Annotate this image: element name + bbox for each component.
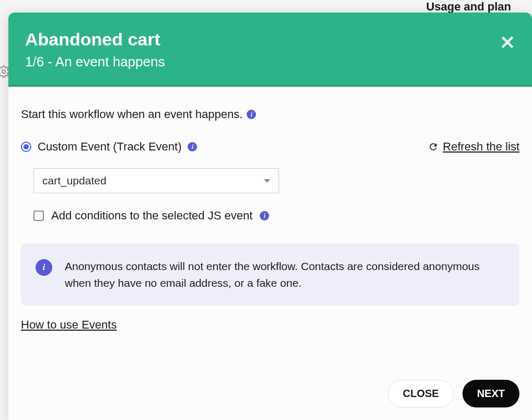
next-button[interactable]: NEXT	[462, 380, 519, 407]
refresh-icon	[428, 142, 438, 152]
usage-plan-label: Usage and plan	[426, 0, 511, 14]
close-button[interactable]: CLOSE	[388, 380, 454, 407]
custom-event-radio-group: Custom Event (Track Event) i	[21, 140, 197, 154]
info-icon: i	[36, 259, 52, 276]
svg-point-0	[2, 70, 5, 73]
modal-footer: CLOSE NEXT	[21, 359, 519, 407]
conditions-checkbox-row: Add conditions to the selected JS event …	[33, 209, 519, 223]
conditions-checkbox[interactable]	[33, 211, 44, 221]
modal-title: Abandoned cart	[25, 29, 515, 50]
refresh-list-label: Refresh the list	[443, 140, 519, 154]
modal-dialog: Abandoned cart 1/6 - An event happens ✕ …	[8, 13, 532, 420]
chevron-down-icon	[264, 179, 270, 183]
refresh-list-link[interactable]: Refresh the list	[428, 140, 519, 154]
modal-header: Abandoned cart 1/6 - An event happens ✕	[8, 13, 532, 87]
event-select[interactable]: cart_updated	[33, 168, 279, 193]
help-link[interactable]: How to use Events	[21, 318, 519, 332]
modal-subtitle: 1/6 - An event happens	[25, 54, 515, 70]
event-select-value: cart_updated	[42, 174, 107, 187]
custom-event-label: Custom Event (Track Event)	[38, 140, 181, 154]
intro-label: Start this workflow when an event happen…	[21, 108, 242, 121]
info-icon[interactable]: i	[247, 110, 256, 119]
conditions-label: Add conditions to the selected JS event	[51, 209, 252, 223]
info-box-text: Anonymous contacts will not enter the wo…	[65, 258, 505, 291]
info-icon[interactable]: i	[260, 211, 269, 220]
close-icon[interactable]: ✕	[500, 33, 515, 52]
modal-body: Start this workflow when an event happen…	[8, 87, 532, 420]
info-icon[interactable]: i	[188, 142, 197, 151]
custom-event-radio[interactable]	[21, 142, 31, 152]
event-row: Custom Event (Track Event) i Refresh the…	[21, 140, 519, 154]
info-box: i Anonymous contacts will not enter the …	[21, 243, 519, 306]
intro-text: Start this workflow when an event happen…	[21, 108, 519, 121]
